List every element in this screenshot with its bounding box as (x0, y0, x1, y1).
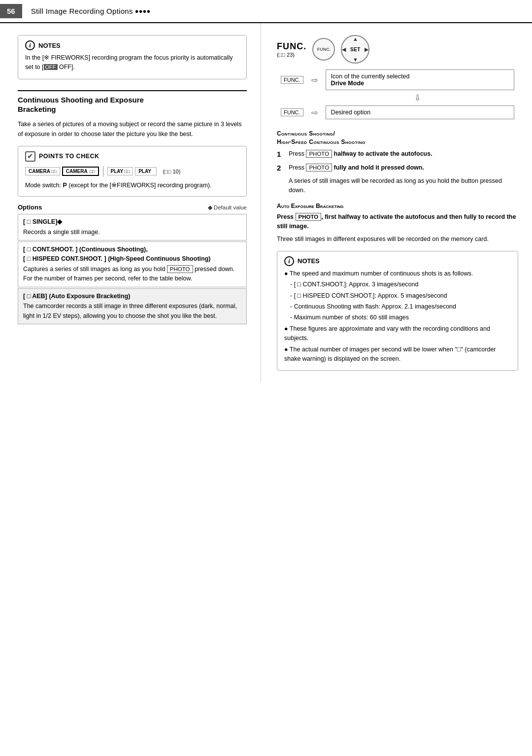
auto-exp-head-text: Auto Exposure Bracketing (277, 203, 343, 209)
option-cont-title: [ □ CONT.SHOOT. ] (Continuous Shooting),… (23, 245, 241, 264)
func-label: FUNC. (277, 41, 306, 52)
photo-btn-aeb: PHOTO (296, 213, 322, 221)
note-item-3: - Continuous Shooting with flash: Approx… (284, 302, 511, 311)
arrow-right-icon: ▶ (365, 46, 368, 53)
auto-exp-body: Press PHOTO, first halfway to activate t… (277, 212, 518, 244)
set-label: SET (350, 47, 361, 52)
left-column: i NOTES In the [※ FIREWORKS] recording p… (0, 23, 261, 382)
options-section: Options ◆ Default value [ □ SINGLE]◆ Rec… (18, 204, 247, 324)
points-header: ✔ POINTS TO CHECK (25, 151, 239, 162)
func-label-group: FUNC. (□□ 23) (277, 41, 306, 58)
page-ref: (□□ 10) (163, 169, 180, 174)
option-single-desc: Records a single still image. (23, 228, 241, 237)
options-label: Options (18, 204, 42, 211)
notes-text-left: In the [※ FIREWORKS] recording program t… (25, 53, 239, 72)
continuous-head-text: Continuous Shooting/ (277, 130, 335, 137)
divider (103, 166, 103, 177)
option-single-title: [ □ SINGLE]◆ (23, 217, 241, 227)
instr-func-tag-2: FUNC. (277, 103, 307, 121)
step-2-body: Press PHOTO fully and hold it pressed do… (289, 163, 424, 172)
func-circle-button[interactable]: FUNC. (312, 38, 335, 61)
note-item-1: - [ □ CONT.SHOOT.]: Approx. 3 images/sec… (284, 280, 511, 289)
camera-mode-2: CAMERA□□ (62, 167, 99, 176)
continuous-shooting-head: Continuous Shooting/ (277, 130, 518, 137)
photo-btn-step2: PHOTO (306, 164, 332, 172)
info-icon-right: i (284, 256, 294, 266)
note-item-4: - Maximum number of shots: 60 still imag… (284, 313, 511, 322)
note-item-6: ● The actual number of images per second… (284, 345, 511, 364)
instr-row-2: FUNC. ⇨ Desired option (277, 103, 518, 121)
func-diagram: FUNC. (□□ 23) FUNC. ▲ ▼ ◀ ▶ SET (277, 35, 518, 121)
step-1-row: 1 Press PHOTO halfway to activate the au… (277, 149, 518, 159)
drive-mode-box: Icon of the currently selected Drive Mod… (326, 69, 514, 90)
instr-box-1: Icon of the currently selected Drive Mod… (322, 68, 518, 92)
arrow-up-icon: ▲ (353, 36, 358, 42)
instr-arrow-down-row: ⇩ (277, 92, 518, 103)
high-speed-head: High-Speed Continuous Shooting (277, 138, 518, 145)
section-heading-line2: Bracketing (18, 105, 56, 113)
option-aeb: [ □ AEB] (Auto Exposure Bracketing) The … (18, 288, 247, 325)
photo-btn-step1: PHOTO (306, 150, 332, 158)
func-sub-label: (□□ 23) (277, 52, 306, 58)
right-column: FUNC. (□□ 23) FUNC. ▲ ▼ ◀ ▶ SET (261, 23, 532, 382)
notes-box-left: i NOTES In the [※ FIREWORKS] recording p… (18, 35, 247, 79)
instr-row-1: FUNC. ⇨ Icon of the currently selected D… (277, 68, 518, 92)
points-text: Mode switch: P (except for the [※FIREWOR… (25, 181, 239, 190)
func-tag-1: FUNC. (281, 76, 303, 84)
instr-arrow-2: ⇨ (307, 103, 322, 121)
photo-btn-inline: PHOTO (167, 265, 193, 273)
option-aeb-title: [ □ AEB] (Auto Exposure Bracketing) (23, 292, 241, 301)
page-header: 56 Still Image Recording Options ●●●● (0, 0, 532, 23)
set-nav-ring[interactable]: ▲ ▼ ◀ ▶ SET (341, 35, 369, 64)
section-body: Take a series of pictures of a moving su… (18, 119, 247, 139)
step-2-num: 2 (277, 163, 285, 173)
step-1-body: Press PHOTO halfway to activate the auto… (289, 149, 432, 159)
instr-arrow-1: ⇨ (307, 68, 322, 92)
notes-box-right: i NOTES ● The speed and maximum number o… (277, 251, 518, 371)
page: 56 Still Image Recording Options ●●●● i … (0, 0, 532, 756)
notes-label-right: NOTES (298, 257, 320, 265)
auto-exp-bold: Press PHOTO, first halfway to activate t… (277, 212, 518, 232)
instr-func-tag-1: FUNC. (277, 68, 307, 92)
instr-box-2: Desired option (322, 103, 518, 121)
default-label: ◆ Default value (208, 204, 247, 211)
page-title: Still Image Recording Options (31, 7, 133, 15)
high-speed-head-text: High-Speed Continuous Shooting (277, 138, 366, 145)
info-icon: i (25, 40, 35, 50)
camera-icons-row: CAMERA□□ CAMERA□□ PLAY□□ PLAY (□□ 10) (25, 166, 239, 177)
step-2-row: 2 Press PHOTO fully and hold it pressed … (277, 163, 518, 173)
notes-body-left: In the [※ FIREWORKS] recording program t… (25, 53, 239, 72)
points-label: POINTS TO CHECK (39, 153, 100, 160)
right-arrow-2: ⇨ (311, 108, 318, 117)
camera-mode-1: CAMERA□□ (25, 167, 60, 175)
notes-label-left: NOTES (38, 42, 61, 49)
func-row1: FUNC. (□□ 23) FUNC. ▲ ▼ ◀ ▶ SET (277, 35, 518, 64)
instr-text-line1: Icon of the currently selected (331, 73, 410, 80)
step-1-num: 1 (277, 149, 285, 159)
note-item-5: ● These figures are approximate and vary… (284, 324, 511, 344)
note-item-2: - [ □ HISPEED CONT.SHOOT.]: Approx. 5 im… (284, 291, 511, 301)
arrow-left-icon: ◀ (342, 46, 346, 53)
right-arrow-1: ⇨ (311, 76, 318, 84)
notes-header-right: i NOTES (284, 256, 511, 266)
auto-exp-text: Three still images in different exposure… (277, 235, 518, 244)
func-tag-2: FUNC. (281, 108, 303, 116)
notes-header-left: i NOTES (25, 40, 239, 50)
play-mode-1: PLAY□□ (107, 167, 133, 175)
header-dots: ●●●● (135, 7, 150, 15)
down-arrow-sym: ⇩ (316, 93, 518, 103)
page-number: 56 (0, 4, 22, 18)
option-single: [ □ SINGLE]◆ Records a single still imag… (18, 214, 247, 241)
func-circle-label: FUNC. (317, 47, 331, 52)
auto-exp-head: Auto Exposure Bracketing (277, 203, 518, 209)
desired-option-text: Desired option (331, 109, 371, 116)
option-cont-shoot: [ □ CONT.SHOOT. ] (Continuous Shooting),… (18, 241, 247, 287)
note-item-0: ● The speed and maximum number of contin… (284, 269, 511, 278)
points-to-check-box: ✔ POINTS TO CHECK CAMERA□□ CAMERA□□ PLAY… (18, 146, 247, 197)
instr-arrow-down-cell: ⇩ (277, 92, 518, 103)
option-cont-desc: Captures a series of still images as lon… (23, 265, 241, 284)
notes-body-right: ● The speed and maximum number of contin… (284, 269, 511, 364)
desired-option-box: Desired option (326, 105, 514, 119)
arrow-down-icon: ▼ (353, 57, 358, 63)
instr-text-line2: Drive Mode (331, 80, 364, 87)
